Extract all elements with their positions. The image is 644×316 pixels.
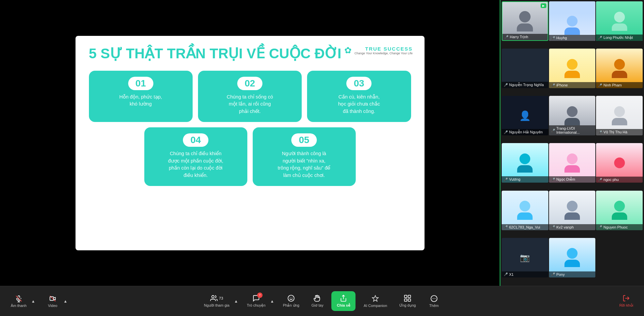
more-icon [430,295,438,302]
mic-muted-icon: 🎤 [551,225,555,229]
participant-name-bar: 🎤 Ninh Pham [596,82,643,88]
camera-muted-icon [49,295,56,302]
toolbar-left: Âm thanh ▲ Video ▲ [7,292,68,310]
toolbar-center: 73 Người tham gia ▲ 7 Trò chuyện ▲ [200,291,444,311]
chat-badge: 7 [257,293,262,298]
svg-point-5 [288,295,294,301]
mic-muted-icon: 🎤 [598,130,602,134]
participant-name: Ngọc Diễm [556,177,575,182]
participants-grid: 🎤 Harry Trịnh ▶ 🎤 Huyhg [502,1,643,285]
leave-icon [622,295,631,302]
participant-tile[interactable]: 🎤 Pony [549,238,596,277]
participant-name-bar: 🎤 Trang-LVDI International... [549,125,596,135]
card-02: 02 Chúng ta chỉ sống cómột lần, ai rồi c… [198,71,302,122]
participant-tile[interactable]: 👤 🎤 Nguyễn Hải Nguyên [502,96,548,135]
apps-button[interactable]: Ứng dụng [395,292,420,310]
participants-group: 73 Người tham gia ▲ [200,292,239,310]
leave-button[interactable]: Rời khỏi [615,292,637,310]
participant-tile[interactable]: 🎤 Nguyen Phuoc [596,191,643,230]
participant-name-bar: 🎤 X1 [502,271,548,277]
mic-muted-icon: 🎤 [598,83,602,87]
participant-name-bar: 🎤 62CL783_Nga_Vui [502,224,548,230]
logo-icon: ✿ [344,45,352,56]
participant-name: 62CL783_Nga_Vui [509,225,540,229]
participants-button[interactable]: 73 Người tham gia [200,292,234,310]
participant-tile[interactable]: 🎤 Vương [502,143,548,183]
participant-tile[interactable]: 🎤 Kv2 vanph [549,191,596,230]
more-button[interactable]: Thêm [424,292,444,310]
participant-tile[interactable]: 🎤 Huyhg [549,1,596,41]
participant-tile[interactable]: 🎤 iPhone [549,49,596,88]
card-03-number: 03 [346,77,371,90]
raise-hand-button[interactable]: Giơ tay [307,292,328,310]
mic-muted-icon: 🎤 [504,83,508,87]
raise-hand-icon [314,295,321,302]
ai-companion-label: AI Companion [364,304,387,308]
participants-chevron[interactable]: ▲ [234,299,239,304]
ai-companion-button[interactable]: AI Companion [360,292,391,310]
participant-tile[interactable]: 📷 🎤 X1 [502,238,548,277]
participant-name: Vũ Thị Thu Hà [603,130,627,134]
participant-name: Long Phước Nhật [603,36,633,40]
participant-tile[interactable]: 🎤 Trang-LVDI International... [549,96,596,135]
mic-muted-icon: 🎤 [504,35,508,39]
card-02-text: Chúng ta chỉ sống cómột lần, ai rồi cũng… [205,93,295,115]
participant-tile[interactable]: 🎤 Vũ Thị Thu Hà [596,96,643,135]
participant-name-bar: 🎤 ngoc phu [596,177,643,183]
svg-rect-10 [404,295,407,298]
chat-button[interactable]: 7 Trò chuyện [243,292,269,310]
brand-tagline: Change Your Knowledge, Change Your Life [354,52,412,55]
audio-chevron[interactable]: ▲ [31,299,36,304]
participant-name-bar: 🎤 Kv2 vanph [549,224,596,230]
card-01-number: 01 [128,77,153,90]
screen-share-badge: ▶ [541,3,546,8]
participant-tile[interactable]: 🎤 62CL783_Nga_Vui [502,191,548,230]
video-button[interactable]: Video [43,292,63,310]
svg-point-15 [433,298,433,299]
card-03-text: Cần cù, kiên nhẫn,học giỏi chưa chắcđã t… [314,93,404,115]
mic-muted-icon: 🎤 [551,129,555,132]
mic-muted-icon: 🎤 [551,178,555,181]
reactions-button[interactable]: Phản ứng [279,292,303,310]
participant-name-bar: 🎤 Nguyen Phuoc [596,224,643,230]
card-05-text: Người thành công làngười biết "nhìn xa,t… [259,150,349,179]
mic-muted-icon: 🎤 [504,272,508,276]
participant-name-bar: 🎤 Nguyễn Trọng Nghĩa [502,82,548,88]
reactions-icon [287,295,295,302]
participant-tile[interactable]: 🎤 ngoc phu [596,143,643,183]
participant-tile[interactable]: 🎤 Long Phước Nhật [596,1,643,41]
chat-group: 7 Trò chuyện ▲ [243,292,275,310]
participant-name: Trang-LVDI International... [556,126,594,134]
card-05-number: 05 [291,133,316,147]
participant-tile[interactable]: 🎤 Ngọc Diễm [549,143,596,183]
logo-area: ✿ TRUE SUCCESS Change Your Knowledge, Ch… [344,45,412,56]
participant-name-bar: 🎤 iPhone [549,82,596,88]
participant-name: Harry Trịnh [510,35,528,39]
participant-tile[interactable]: 🎤 Nguyễn Trọng Nghĩa [502,49,548,88]
participant-name: Vương [509,177,521,182]
svg-rect-12 [404,299,407,301]
audio-button[interactable]: Âm thanh [7,292,31,310]
participants-count: 73 [219,296,223,300]
chat-chevron[interactable]: ▲ [269,299,275,304]
card-01-text: Hỗn độn, phức tạp,khó lường [96,93,186,108]
participant-name: Kv2 vanph [556,225,574,229]
slide-area: ✿ TRUE SUCCESS Change Your Knowledge, Ch… [0,0,500,286]
more-label: Thêm [429,304,439,308]
video-chevron[interactable]: ▲ [63,299,68,304]
svg-marker-9 [372,295,378,301]
participant-name: Nguyễn Trọng Nghĩa [509,83,544,87]
mic-muted-icon: 🎤 [504,178,508,181]
microphone-muted-icon [15,295,22,302]
participant-name: iPhone [556,83,568,87]
card-04-number: 04 [183,133,208,147]
presentation-slide: ✿ TRUE SUCCESS Change Your Knowledge, Ch… [76,36,425,250]
share-button[interactable]: Chia sẻ [332,291,356,311]
participant-name: Huyhg [556,36,567,40]
participant-name: ngoc phu [603,178,618,182]
participant-tile[interactable]: 🎤 Harry Trịnh ▶ [502,1,548,41]
participant-tile[interactable]: 🎤 Ninh Pham [596,49,643,88]
mic-muted-icon: 🎤 [551,83,555,87]
participant-name-bar: 🎤 Vũ Thị Thu Hà [596,129,643,135]
participant-name-bar: 🎤 Vương [502,176,548,183]
